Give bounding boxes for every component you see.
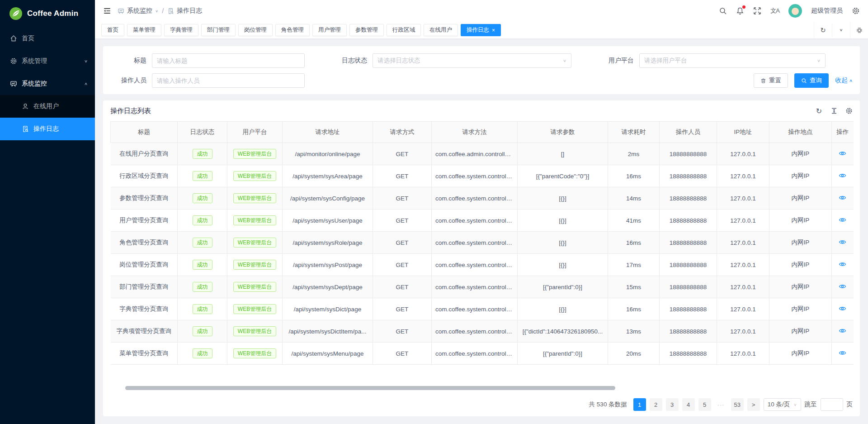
tab[interactable]: 角色管理 × bbox=[275, 24, 310, 36]
platform-select[interactable]: 请选择用户平台 ∨ bbox=[639, 53, 826, 68]
sidebar-item-system-monitor[interactable]: 系统监控 ∧ bbox=[0, 72, 95, 95]
cell-handler: com.coffee.system.controlle... bbox=[432, 343, 518, 365]
view-detail-eye-icon[interactable] bbox=[839, 328, 846, 334]
cell-title: 菜单管理分页查询 bbox=[111, 343, 178, 365]
status-badge: 成功 bbox=[193, 348, 212, 358]
page-button[interactable]: 1 bbox=[633, 398, 646, 411]
cell-status: 成功 bbox=[178, 343, 227, 365]
cell-operator: 18888888888 bbox=[660, 276, 717, 298]
page-button[interactable]: 53 bbox=[731, 398, 744, 411]
sidebar-item-operation-log[interactable]: 操作日志 bbox=[0, 118, 95, 140]
avatar[interactable] bbox=[788, 4, 802, 18]
close-icon[interactable]: × bbox=[492, 28, 495, 33]
cell-operator: 18888888888 bbox=[660, 165, 717, 187]
cell-duration: 14ms bbox=[608, 187, 660, 210]
reset-button[interactable]: 重置 bbox=[754, 73, 788, 88]
column-header: 操作人员 bbox=[660, 122, 717, 143]
platform-badge: WEB管理后台 bbox=[233, 348, 276, 358]
tab-options-chevron-icon[interactable]: ∨ bbox=[832, 24, 850, 37]
username[interactable]: 超级管理员 bbox=[811, 7, 843, 15]
page-button[interactable]: 4 bbox=[682, 398, 695, 411]
cell-params: [{"parentId":0}] bbox=[518, 276, 608, 298]
cell-handler: com.coffee.system.controlle... bbox=[432, 187, 518, 210]
cell-action bbox=[832, 165, 854, 187]
search-button[interactable]: 查询 bbox=[794, 73, 829, 88]
view-detail-eye-icon[interactable] bbox=[839, 261, 846, 267]
tab[interactable]: 在线用户 × bbox=[424, 24, 458, 36]
tab[interactable]: 字典管理 × bbox=[164, 24, 198, 36]
cell-ip: 127.0.0.1 bbox=[717, 187, 769, 210]
page-button[interactable]: 3 bbox=[666, 398, 679, 411]
settings-gear-icon[interactable] bbox=[852, 7, 860, 15]
column-header: 请求方式 bbox=[373, 122, 432, 143]
cell-ip: 127.0.0.1 bbox=[717, 165, 769, 187]
refresh-icon[interactable]: ↻ bbox=[815, 107, 823, 115]
sidebar-item-system-management[interactable]: 系统管理 ∨ bbox=[0, 50, 95, 72]
refresh-icon[interactable]: ↻ bbox=[814, 22, 832, 38]
tab[interactable]: 岗位管理 × bbox=[238, 24, 273, 36]
horizontal-scrollbar-thumb[interactable] bbox=[125, 386, 615, 390]
view-detail-eye-icon[interactable] bbox=[839, 217, 846, 223]
tab[interactable]: 操作日志 × bbox=[461, 24, 501, 36]
title-input[interactable] bbox=[152, 53, 305, 68]
collapse-filter-link[interactable]: 收起 ∧ bbox=[835, 76, 853, 85]
view-detail-eye-icon[interactable] bbox=[839, 283, 846, 290]
sidebar-item-home[interactable]: 首页 bbox=[0, 27, 95, 50]
sidebar-item-online-users[interactable]: 在线用户 bbox=[0, 95, 95, 118]
cell-location: 内网IP bbox=[769, 276, 832, 298]
tab[interactable]: 参数管理 × bbox=[349, 24, 384, 36]
fullscreen-icon[interactable] bbox=[753, 7, 761, 15]
cell-platform: WEB管理后台 bbox=[227, 232, 283, 254]
log-status-select[interactable]: 请选择日志状态 ∨ bbox=[373, 53, 571, 68]
menu-collapse-icon[interactable] bbox=[103, 7, 111, 15]
table-row: 参数管理分页查询 成功 WEB管理后台 /api/system/sysConfi… bbox=[111, 187, 854, 210]
view-detail-eye-icon[interactable] bbox=[839, 350, 846, 356]
user-icon bbox=[22, 103, 29, 110]
view-detail-eye-icon[interactable] bbox=[839, 172, 846, 179]
row-density-icon[interactable] bbox=[830, 107, 838, 115]
next-page-button[interactable]: > bbox=[747, 398, 760, 411]
app-title: Coffee Admin bbox=[27, 9, 78, 18]
column-header: 标题 bbox=[111, 122, 178, 143]
operator-input[interactable] bbox=[152, 73, 305, 88]
cell-duration: 13ms bbox=[608, 320, 660, 343]
breadcrumb-separator: / bbox=[162, 7, 164, 14]
view-detail-eye-icon[interactable] bbox=[839, 150, 846, 157]
view-detail-eye-icon[interactable] bbox=[839, 305, 846, 312]
main-area: 系统监控 ∨ / 操作日志 文A bbox=[95, 0, 868, 424]
view-detail-eye-icon[interactable] bbox=[839, 195, 846, 201]
breadcrumb-parent[interactable]: 系统监控 bbox=[127, 7, 152, 15]
cell-status: 成功 bbox=[178, 276, 227, 298]
content: 标题 日志状态 请选择日志状态 ∨ 用户平台 请选择用户平台 ∨ 操作人员 bbox=[95, 39, 868, 424]
cell-action bbox=[832, 276, 854, 298]
filter-panel: 标题 日志状态 请选择日志状态 ∨ 用户平台 请选择用户平台 ∨ 操作人员 bbox=[103, 46, 860, 94]
column-settings-gear-icon[interactable] bbox=[845, 107, 853, 115]
table-body: 在线用户分页查询 成功 WEB管理后台 /api/monitor/online/… bbox=[111, 143, 854, 365]
page-size-select[interactable]: 10 条/页 ∨ bbox=[764, 398, 801, 411]
page-button[interactable]: 2 bbox=[650, 398, 662, 411]
cell-request-method: GET bbox=[373, 343, 432, 365]
cell-operator: 18888888888 bbox=[660, 143, 717, 165]
tab[interactable]: 菜单管理 × bbox=[127, 24, 161, 36]
cell-action bbox=[832, 210, 854, 232]
view-detail-eye-icon[interactable] bbox=[839, 239, 846, 245]
tab[interactable]: 行政区域 × bbox=[387, 24, 421, 36]
tab[interactable]: 首页 × bbox=[101, 24, 124, 36]
column-header: 操作 bbox=[832, 122, 854, 143]
page-button[interactable]: ··· bbox=[715, 398, 727, 411]
monitor-icon bbox=[118, 8, 124, 14]
table-row: 角色管理分页查询 成功 WEB管理后台 /api/system/sysRole/… bbox=[111, 232, 854, 254]
jump-page-input[interactable] bbox=[821, 398, 843, 411]
chevron-up-icon: ∧ bbox=[849, 78, 853, 83]
page-button[interactable]: 5 bbox=[698, 398, 711, 411]
cell-request-method: GET bbox=[373, 320, 432, 343]
notification-bell-icon[interactable] bbox=[736, 7, 744, 15]
language-icon[interactable]: 文A bbox=[770, 7, 779, 15]
table-row: 菜单管理分页查询 成功 WEB管理后台 /api/system/sysMenu/… bbox=[111, 343, 854, 365]
maximize-icon[interactable] bbox=[850, 22, 868, 38]
table-tools: ↻ bbox=[815, 107, 853, 115]
tab[interactable]: 用户管理 × bbox=[312, 24, 347, 36]
cell-params: [{"parentCode":"0"}] bbox=[518, 165, 608, 187]
tab[interactable]: 部门管理 × bbox=[201, 24, 236, 36]
search-icon[interactable] bbox=[719, 7, 727, 15]
